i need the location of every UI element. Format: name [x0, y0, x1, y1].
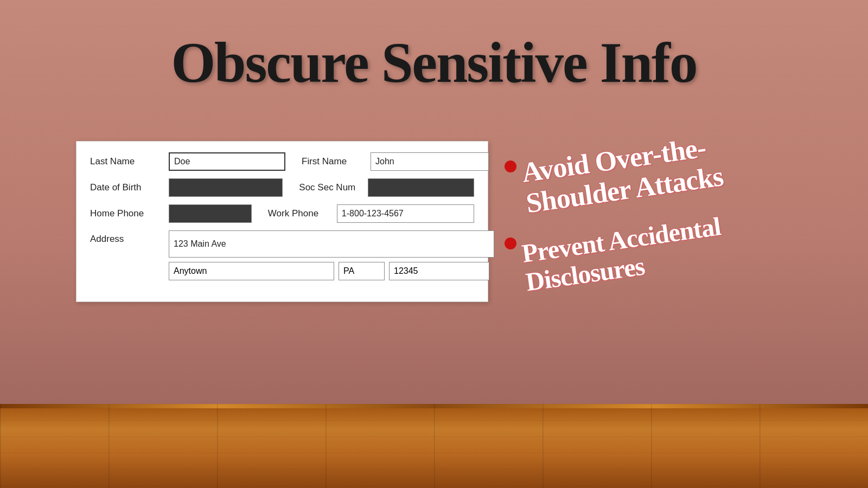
state-input[interactable]: [339, 262, 385, 280]
ssn-redacted: [368, 178, 474, 197]
address-line2: [169, 262, 494, 280]
floor-planks: [0, 404, 868, 488]
dob-label: Date of Birth: [90, 182, 169, 193]
form-card: Last Name First Name Date of Birth Soc S…: [76, 141, 488, 302]
bullet-text-2: Prevent AccidentalDisclosures: [520, 213, 726, 297]
bullet-item-1: Avoid Over-the-Shoulder Attacks: [505, 157, 819, 219]
form-row-dob-ssn: Date of Birth Soc Sec Num: [90, 178, 474, 197]
first-name-label: First Name: [302, 156, 364, 167]
page-title: Obscure Sensitive Info: [0, 30, 868, 95]
first-name-input[interactable]: [371, 152, 489, 171]
last-name-input[interactable]: [169, 152, 285, 171]
bullet-dot-2: [505, 237, 516, 249]
bullet-dot-1: [505, 160, 516, 172]
work-phone-input[interactable]: [337, 204, 474, 223]
work-phone-label: Work Phone: [268, 208, 330, 219]
city-input[interactable]: [169, 262, 334, 280]
address-fields: [169, 230, 494, 280]
home-phone-label: Home Phone: [90, 208, 169, 219]
zip-input[interactable]: [389, 262, 489, 280]
bullet-item-2: Prevent AccidentalDisclosures: [505, 234, 819, 297]
address-section: Address: [90, 230, 474, 280]
dob-redacted: [169, 178, 283, 197]
form-row-name: Last Name First Name: [90, 152, 474, 171]
address-label: Address: [90, 230, 169, 245]
ssn-label: Soc Sec Num: [299, 182, 361, 193]
home-phone-redacted: [169, 204, 252, 223]
address-line1-input[interactable]: [169, 230, 494, 258]
bullet-list: Avoid Over-the-Shoulder Attacks Prevent …: [505, 157, 819, 312]
floor-background: [0, 404, 868, 488]
last-name-label: Last Name: [90, 156, 169, 167]
form-row-phones: Home Phone Work Phone: [90, 204, 474, 223]
